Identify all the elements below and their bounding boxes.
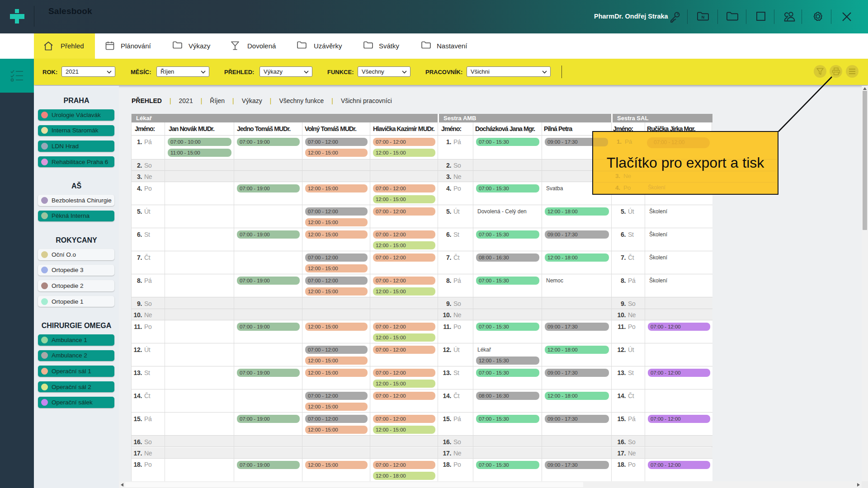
svg-text:N: N: [702, 15, 705, 19]
